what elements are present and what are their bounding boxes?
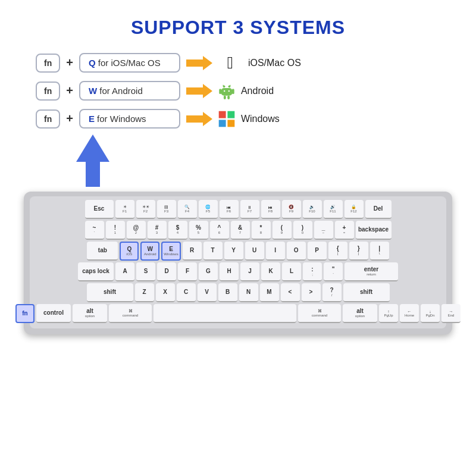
- windows-icon: [218, 111, 235, 127]
- key-command-left: ⌘command: [109, 304, 152, 323]
- svg-rect-6: [232, 89, 234, 94]
- plus-ios: +: [66, 56, 73, 70]
- svg-rect-5: [219, 89, 221, 94]
- key-shift-left: shift: [87, 283, 133, 302]
- key-s: S: [136, 262, 155, 281]
- svg-point-9: [224, 90, 226, 92]
- key-b: B: [218, 283, 237, 302]
- svg-rect-14: [219, 111, 226, 118]
- android-icon: [218, 83, 235, 99]
- blue-arrow-container: [36, 134, 440, 187]
- key-k: K: [261, 262, 280, 281]
- key-end: →End: [441, 304, 461, 323]
- key-6: ^6: [210, 221, 229, 240]
- key-space: [154, 304, 296, 323]
- ios-label: iOS/Mac OS: [248, 58, 302, 68]
- key-capslock: caps lock: [78, 262, 114, 281]
- combo-letter-android: W: [89, 86, 97, 96]
- key-o: O: [287, 242, 306, 261]
- windows-row: fn + E for Windows Windows: [36, 109, 440, 129]
- combo-text-windows: for Windows: [97, 114, 146, 124]
- key-lt: <: [281, 283, 300, 302]
- keyboard: Esc ☀F1 ☀☀F2 ▤F3 🔍F4 🌐F5 ⏮F6 ⏸F7 ⏭F8 🔇F9…: [24, 192, 452, 334]
- kb-row-qwerty: tab QiOS WAndroid EWindows R T Y U I O P…: [33, 242, 443, 261]
- key-f9: 🔇F9: [282, 200, 301, 219]
- svg-point-10: [228, 90, 230, 92]
- svg-marker-0: [186, 56, 212, 70]
- key-c: C: [177, 283, 196, 302]
- key-y: Y: [224, 242, 243, 261]
- android-row: fn + W for Android Android: [36, 81, 440, 101]
- combo-ios: Q for iOS/Mac OS: [79, 53, 180, 73]
- key-tilde: ~`: [85, 221, 104, 240]
- key-f4: 🔍F4: [178, 200, 197, 219]
- key-pgdn: ↓PgDn: [421, 304, 440, 323]
- fn-key-ios: fn: [36, 54, 60, 73]
- key-g: G: [199, 262, 218, 281]
- arrow-android: [186, 83, 212, 99]
- key-home: ←Home: [400, 304, 419, 323]
- kb-row-zxcv: shift Z X C V B N M < > ?/ shift: [33, 283, 443, 302]
- svg-marker-13: [186, 112, 212, 126]
- key-f3: ▤F3: [157, 200, 176, 219]
- key-9: (9: [273, 221, 292, 240]
- key-alt: altoption: [73, 304, 107, 323]
- combo-android: W for Android: [79, 81, 180, 101]
- key-rbracket: }]: [349, 242, 368, 261]
- ios-row: fn + Q for iOS/Mac OS  iOS/Mac OS: [36, 53, 440, 73]
- keyboard-inner: Esc ☀F1 ☀☀F2 ▤F3 🔍F4 🌐F5 ⏮F6 ⏸F7 ⏭F8 🔇F9…: [30, 196, 446, 328]
- key-f5: 🌐F5: [199, 200, 218, 219]
- fn-key-android: fn: [36, 82, 60, 101]
- key-pgup: ↑PgUp: [379, 304, 398, 323]
- key-tab: tab: [87, 242, 118, 261]
- key-lbracket: {[: [328, 242, 347, 261]
- key-e: EWindows: [161, 242, 180, 261]
- svg-rect-17: [227, 120, 234, 127]
- key-minus: _−: [314, 221, 333, 240]
- key-u: U: [245, 242, 264, 261]
- key-5: %5: [189, 221, 208, 240]
- key-f8: ⏭F8: [261, 200, 280, 219]
- key-i: I: [266, 242, 285, 261]
- combo-letter-ios: Q: [89, 58, 96, 68]
- key-m: M: [260, 283, 279, 302]
- arrow-ios: [186, 55, 212, 71]
- key-f2: ☀☀F2: [136, 200, 155, 219]
- combo-text-android: for Android: [99, 86, 143, 96]
- key-semicolon: :;: [303, 262, 322, 281]
- svg-rect-7: [224, 95, 226, 99]
- key-fn: fn: [15, 304, 35, 323]
- key-slash: ?/: [322, 283, 342, 302]
- plus-windows: +: [66, 112, 73, 126]
- key-command-right: ⌘command: [298, 304, 341, 323]
- key-j: J: [240, 262, 259, 281]
- key-backspace: backspace: [356, 221, 392, 240]
- svg-rect-16: [219, 120, 226, 127]
- key-del: Del: [365, 200, 392, 219]
- key-f12: 🔒F12: [345, 200, 364, 219]
- key-esc: Esc: [85, 200, 114, 219]
- key-4: $4: [168, 221, 187, 240]
- key-p: P: [308, 242, 327, 261]
- arrow-windows: [186, 111, 212, 127]
- kb-row-num: ~` !1 @2 #3 $4 %5 ^6 &7 *8 (9 )0 _− += b…: [33, 221, 443, 240]
- android-label: Android: [241, 86, 295, 96]
- apple-icon: : [218, 54, 242, 73]
- key-d: D: [157, 262, 176, 281]
- svg-rect-4: [221, 87, 232, 95]
- key-3: #3: [148, 221, 167, 240]
- key-x: X: [156, 283, 175, 302]
- kb-row-asdf: caps lock A S D F G H J K L :; "' enterr…: [33, 262, 443, 281]
- key-gt: >: [302, 283, 321, 302]
- key-z: Z: [135, 283, 154, 302]
- key-q: QiOS: [120, 242, 139, 261]
- key-backslash: |\: [370, 242, 389, 261]
- key-f6: ⏮F6: [220, 200, 239, 219]
- svg-rect-15: [227, 111, 234, 118]
- key-2: @2: [127, 221, 146, 240]
- key-control: control: [36, 304, 71, 323]
- key-h: H: [220, 262, 239, 281]
- key-r: R: [183, 242, 202, 261]
- key-7: &7: [231, 221, 250, 240]
- windows-label: Windows: [241, 114, 295, 124]
